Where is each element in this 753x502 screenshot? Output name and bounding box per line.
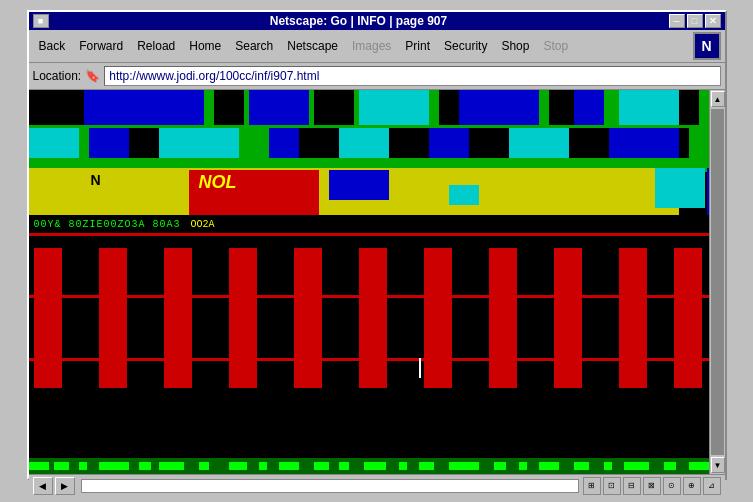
noise-12 — [339, 462, 349, 470]
menu-security[interactable]: Security — [438, 37, 493, 55]
blue-row2-2 — [89, 128, 129, 158]
red-bar-11 — [674, 248, 702, 388]
window-menu-button[interactable]: ■ — [33, 14, 49, 28]
menu-shop[interactable]: Shop — [495, 37, 535, 55]
cyan-block-1 — [359, 90, 429, 125]
black-block-topleft — [29, 90, 84, 125]
noise-19 — [539, 462, 559, 470]
noise-5 — [139, 462, 151, 470]
noise-23 — [664, 462, 676, 470]
glitch-text-1: 00Y& 80ZIE00ZO3A 80A3 — [29, 219, 181, 230]
noise-2 — [54, 462, 69, 470]
menu-forward[interactable]: Forward — [73, 37, 129, 55]
noise-22 — [624, 462, 649, 470]
noise-4 — [99, 462, 129, 470]
train-blue — [329, 170, 389, 200]
red-bar-8 — [489, 248, 517, 388]
noise-1 — [29, 462, 49, 470]
location-input[interactable] — [104, 66, 720, 86]
bottom-noise — [29, 458, 725, 474]
blue-block-2 — [249, 90, 309, 125]
noise-24 — [689, 462, 709, 470]
status-icon-2: ⊡ — [603, 477, 621, 495]
maximize-button[interactable]: □ — [687, 14, 703, 28]
blue-block-1 — [84, 90, 204, 125]
red-bar-7 — [424, 248, 452, 388]
cursor-blink — [419, 358, 421, 378]
menu-stop[interactable]: Stop — [537, 37, 574, 55]
black-block-3 — [439, 90, 459, 125]
menu-print[interactable]: Print — [399, 37, 436, 55]
noise-17 — [494, 462, 506, 470]
blue-row2-6 — [429, 128, 469, 158]
noise-15 — [419, 462, 434, 470]
black-block-5 — [679, 90, 699, 125]
black-block-r2-4 — [469, 128, 509, 158]
noise-3 — [79, 462, 87, 470]
noise-11 — [314, 462, 329, 470]
status-icon-6: ⊕ — [683, 477, 701, 495]
location-label: Location: — [33, 69, 82, 83]
status-progress-bar — [81, 479, 579, 493]
cyan-right-block — [655, 168, 705, 208]
glitch-bar: 00Y& 80ZIE00ZO3A 80A3 OO2A — [29, 215, 725, 233]
resize-handle[interactable]: ⊿ — [703, 477, 721, 495]
red-bar-6 — [359, 248, 387, 388]
noise-14 — [399, 462, 407, 470]
browser-window: ■ Netscape: Go | INFO | page 907 ─ □ ✕ B… — [27, 10, 727, 480]
right-scrollbar: ▲ ▼ — [709, 90, 725, 474]
menu-images[interactable]: Images — [346, 37, 397, 55]
minimize-button[interactable]: ─ — [669, 14, 685, 28]
noise-8 — [229, 462, 247, 470]
noise-9 — [259, 462, 267, 470]
red-bars-area: A B C D E F G H — [29, 233, 725, 403]
menu-back[interactable]: Back — [33, 37, 72, 55]
scroll-up-button[interactable]: ▲ — [711, 91, 725, 107]
h-red-line-1 — [29, 233, 725, 236]
cyan-row2-1 — [29, 128, 79, 158]
black-block-r2-6 — [679, 128, 689, 158]
menu-reload[interactable]: Reload — [131, 37, 181, 55]
red-bar-2 — [99, 248, 127, 388]
scroll-down-button[interactable]: ▼ — [711, 457, 725, 473]
status-back-btn[interactable]: ◀ — [33, 477, 53, 495]
blue-block-4 — [459, 90, 539, 125]
train-glitch-text: NOL — [199, 172, 237, 193]
noise-18 — [519, 462, 527, 470]
blue-row2-8 — [609, 128, 679, 158]
menu-bar: Back Forward Reload Home Search Netscape… — [29, 30, 725, 63]
status-icon-4: ⊠ — [643, 477, 661, 495]
noise-7 — [199, 462, 209, 470]
noise-21 — [604, 462, 612, 470]
menu-netscape[interactable]: Netscape — [281, 37, 344, 55]
noise-10 — [279, 462, 299, 470]
black-block-r2-5 — [569, 128, 609, 158]
webpage-content: N NOL 00Y& 80ZIE00ZO3A 80A3 OO2A — [29, 90, 725, 474]
n-text: N — [91, 172, 101, 188]
status-icon-3: ⊟ — [623, 477, 641, 495]
cyan-row2-3 — [159, 128, 239, 158]
black-block-r2-1 — [129, 128, 159, 158]
status-bar: ◀ ▶ ⊞ ⊡ ⊟ ⊠ ⊙ ⊕ ⊿ — [29, 474, 725, 496]
close-button[interactable]: ✕ — [705, 14, 721, 28]
content-area: N NOL 00Y& 80ZIE00ZO3A 80A3 OO2A — [29, 90, 725, 474]
window-title: Netscape: Go | INFO | page 907 — [49, 14, 669, 28]
h-red-line-3 — [29, 358, 725, 361]
noise-13 — [364, 462, 386, 470]
black-block-2 — [314, 90, 354, 125]
h-red-line-2 — [29, 295, 725, 298]
noise-6 — [159, 462, 184, 470]
cyan-row2-5 — [339, 128, 389, 158]
black-block-4 — [549, 90, 574, 125]
noise-16 — [449, 462, 479, 470]
red-bar-9 — [554, 248, 582, 388]
red-bar-1 — [34, 248, 62, 388]
small-cyan-1 — [449, 185, 479, 205]
red-bar-4 — [229, 248, 257, 388]
status-forward-btn[interactable]: ▶ — [55, 477, 75, 495]
title-bar: ■ Netscape: Go | INFO | page 907 ─ □ ✕ — [29, 12, 725, 30]
menu-search[interactable]: Search — [229, 37, 279, 55]
cyan-row2-7 — [509, 128, 569, 158]
menu-home[interactable]: Home — [183, 37, 227, 55]
scroll-track — [711, 109, 724, 455]
